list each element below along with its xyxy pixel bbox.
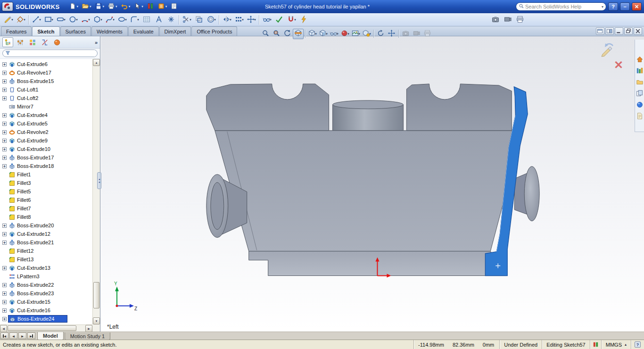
view-orientation-button[interactable]: ▾	[307, 29, 318, 39]
dropdown-arrow-icon[interactable]: ▾	[76, 18, 78, 22]
restore-document-button[interactable]	[624, 27, 633, 35]
previous-tab-button[interactable]: ◀	[9, 332, 17, 339]
model-right-block[interactable]	[406, 84, 512, 131]
line-button[interactable]: ▾	[30, 14, 42, 25]
tree-item-Boss-Extrude24[interactable]: +Boss-Extrude24	[0, 315, 92, 323]
dropdown-arrow-icon[interactable]: ▾	[254, 18, 256, 22]
tree-item-Fillet12[interactable]: Fillet12	[0, 247, 92, 255]
tree-item-Fillet3[interactable]: Fillet3	[0, 179, 92, 187]
tree-item-Boss-Extrude15[interactable]: +Boss-Extrude15	[0, 77, 92, 85]
search-input[interactable]	[524, 3, 602, 10]
tree-item-Cut-Loft1[interactable]: +Cut-Loft1	[0, 85, 92, 94]
display-delete-relations-button[interactable]: ▾	[261, 14, 273, 25]
screen-capture-button[interactable]	[489, 14, 502, 25]
last-tab-button[interactable]: ▶	[27, 332, 35, 339]
new-window-button[interactable]	[596, 27, 604, 35]
vertical-scrollbar-thumb[interactable]	[93, 282, 99, 308]
next-tab-button[interactable]: ▶	[18, 332, 26, 339]
dropdown-arrow-icon[interactable]: ▾	[113, 18, 115, 22]
expand-plus-icon[interactable]: +	[2, 139, 7, 143]
section-view-button[interactable]	[293, 29, 304, 39]
dropdown-arrow-icon[interactable]: ▾	[315, 32, 317, 36]
design-library-tab[interactable]	[636, 67, 644, 75]
sketch-fillet-button[interactable]: ▾	[128, 14, 140, 25]
save-button[interactable]: ▾	[93, 1, 106, 12]
tree-item-Fillet13[interactable]: Fillet13	[0, 255, 92, 264]
expand-plus-icon[interactable]: +	[2, 283, 7, 287]
help-search-box[interactable]: ▾	[516, 2, 606, 11]
tab-weldments[interactable]: Weldments	[91, 26, 128, 36]
expand-plus-icon[interactable]: +	[2, 88, 7, 92]
print-capture-button[interactable]	[422, 29, 433, 39]
tree-filter-box[interactable]	[2, 50, 98, 57]
tree-item-Boss-Extrude17[interactable]: +Boss-Extrude17	[0, 153, 92, 162]
display-style-button[interactable]: ▾	[318, 29, 329, 39]
scroll-down-button[interactable]: ▼	[93, 317, 100, 324]
tree-horizontal-scrollbar[interactable]: ◀ ▶	[0, 324, 92, 332]
units-selector[interactable]: MMGS▴	[601, 340, 631, 349]
convert-entities-button[interactable]	[193, 14, 205, 25]
rebuild-button[interactable]	[145, 1, 156, 12]
tree-item-Cut-Extrude6[interactable]: +Cut-Extrude6	[0, 60, 92, 68]
expand-plus-icon[interactable]: +	[2, 96, 7, 100]
dropdown-arrow-icon[interactable]: ▾	[51, 18, 53, 22]
edit-appearance-button[interactable]: ▾	[339, 29, 350, 39]
scroll-up-button[interactable]: ▲	[93, 59, 100, 66]
tree-vertical-scrollbar[interactable]: ▲ ▼	[92, 59, 100, 324]
horizontal-scrollbar-thumb[interactable]	[8, 325, 76, 331]
expand-plus-icon[interactable]: +	[2, 113, 7, 117]
appearances-scenes-tab[interactable]	[636, 101, 644, 109]
offset-entities-button[interactable]: ▾	[205, 14, 217, 25]
cancel-sketch-icon[interactable]: ✕	[614, 60, 623, 70]
move-entities-button[interactable]: ▾	[245, 14, 257, 25]
expand-plus-icon[interactable]: +	[2, 266, 7, 270]
scroll-left-button[interactable]: ◀	[0, 325, 7, 332]
tree-item-Fillet7[interactable]: Fillet7	[0, 204, 92, 213]
rotate-view-button[interactable]	[375, 29, 386, 39]
apply-scene-button[interactable]: ▾	[350, 29, 361, 39]
tree-item-Boss-Extrude23[interactable]: +Boss-Extrude23	[0, 289, 92, 298]
dropdown-arrow-icon[interactable]: ▾	[129, 5, 131, 8]
dropdown-arrow-icon[interactable]: ▾	[64, 18, 66, 22]
expand-plus-icon[interactable]: +	[2, 79, 7, 83]
tab-dimxpert[interactable]: DimXpert	[159, 26, 191, 36]
tree-item-Fillet5[interactable]: Fillet5	[0, 187, 92, 196]
dimxpertmanager-tab[interactable]	[39, 37, 50, 47]
dropdown-arrow-icon[interactable]: ▾	[103, 5, 105, 8]
expand-plus-icon[interactable]: +	[2, 317, 7, 321]
screen-capture-button[interactable]	[400, 29, 411, 39]
file-explorer-tab[interactable]	[636, 78, 644, 86]
tree-item-Boss-Extrude21[interactable]: +Boss-Extrude21	[0, 238, 92, 247]
minimize-document-button[interactable]	[615, 27, 623, 35]
dropdown-arrow-icon[interactable]: ▾	[100, 18, 102, 22]
view-settings-button[interactable]: ▾	[361, 29, 372, 39]
expand-plus-icon[interactable]: +	[2, 122, 7, 126]
record-video-button[interactable]	[502, 14, 514, 25]
pan-button[interactable]	[386, 29, 397, 39]
tree-item-Fillet1[interactable]: Fillet1	[0, 170, 92, 179]
expand-plus-icon[interactable]: +	[2, 62, 7, 66]
tree-item-Cut-Extrude13[interactable]: +Cut-Extrude13	[0, 264, 92, 272]
expand-plus-icon[interactable]: +	[2, 308, 7, 313]
dropdown-arrow-icon[interactable]: ▾	[39, 18, 41, 22]
tree-item-Cut-Extrude16[interactable]: +Cut-Extrude16	[0, 306, 92, 315]
close-button[interactable]: ✕	[632, 2, 642, 11]
zoom-area-button[interactable]	[271, 29, 282, 39]
model-right-port-flange[interactable]	[524, 166, 539, 221]
dropdown-arrow-icon[interactable]: ▾	[137, 18, 139, 22]
tree-item-Boss-Extrude22[interactable]: +Boss-Extrude22	[0, 281, 92, 289]
dropdown-arrow-icon[interactable]: ▾	[337, 32, 339, 36]
tab-office-products[interactable]: Office Products	[191, 26, 237, 36]
tab-surfaces[interactable]: Surfaces	[60, 26, 91, 36]
repair-sketch-button[interactable]	[273, 14, 285, 25]
expand-plus-icon[interactable]: +	[2, 156, 7, 160]
expand-plus-icon[interactable]: +	[2, 241, 7, 245]
tab-features[interactable]: Features	[1, 26, 32, 36]
tree-item-Cut-Extrude15[interactable]: +Cut-Extrude15	[0, 298, 92, 306]
dropdown-arrow-icon[interactable]: ▾	[270, 18, 272, 22]
tab-sketch[interactable]: Sketch	[32, 26, 59, 36]
new-button[interactable]: ▾	[67, 1, 80, 12]
doc-tab-motion-study-1[interactable]: Motion Study 1	[65, 332, 110, 340]
tab-evaluate[interactable]: Evaluate	[128, 26, 159, 36]
first-tab-button[interactable]: ◀	[0, 332, 8, 339]
